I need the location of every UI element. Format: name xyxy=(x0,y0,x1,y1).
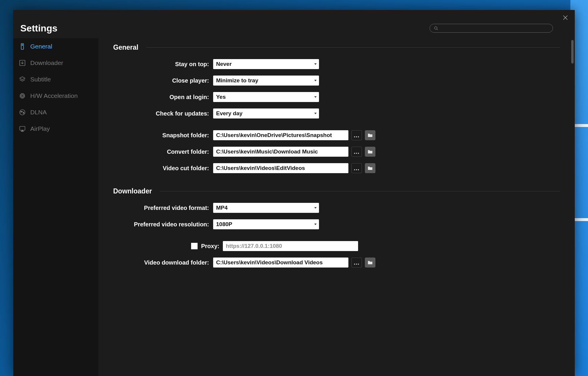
svg-point-3 xyxy=(22,45,23,46)
sidebar-item-airplay[interactable]: AirPlay xyxy=(13,121,98,137)
folder-icon xyxy=(368,133,373,138)
close-button[interactable] xyxy=(561,14,569,22)
chevron-down-icon xyxy=(314,80,317,81)
chevron-down-icon xyxy=(314,96,317,98)
label-preferred-video-resolution: Preferred video resolution: xyxy=(113,221,213,228)
search-input[interactable] xyxy=(441,26,549,31)
browse-button[interactable]: ... xyxy=(351,163,362,173)
svg-rect-7 xyxy=(21,94,24,98)
chevron-down-icon xyxy=(314,224,317,225)
row-open-at-login: Open at login: Yes xyxy=(113,92,560,102)
svg-rect-8 xyxy=(21,95,23,97)
open-folder-button[interactable] xyxy=(365,258,375,268)
open-folder-button[interactable] xyxy=(365,147,375,157)
select-stay-on-top[interactable]: Never xyxy=(213,59,319,69)
dialog-header: Settings xyxy=(13,10,575,38)
folder-icon xyxy=(368,149,373,154)
search-box[interactable] xyxy=(430,24,553,33)
row-video-cut-folder: Video cut folder: ... xyxy=(113,163,560,173)
svg-point-9 xyxy=(20,110,25,115)
section-heading-downloader: Downloader xyxy=(113,187,560,195)
row-close-player: Close player: Minimize to tray xyxy=(113,76,560,86)
settings-content[interactable]: General Stay on top: Never Close player:… xyxy=(98,38,575,376)
field-proxy[interactable] xyxy=(223,241,358,251)
open-folder-button[interactable] xyxy=(365,130,375,140)
search-icon xyxy=(434,26,438,31)
browse-button[interactable]: ... xyxy=(351,258,362,268)
section-heading-general: General xyxy=(113,44,560,51)
svg-point-10 xyxy=(21,111,22,112)
browse-button[interactable]: ... xyxy=(351,130,362,140)
label-open-at-login: Open at login: xyxy=(113,94,213,101)
scrollbar-thumb[interactable] xyxy=(571,40,574,63)
row-preferred-video-resolution: Preferred video resolution: 1080P xyxy=(113,219,560,229)
field-video-download-folder[interactable] xyxy=(213,258,348,268)
field-snapshot-folder[interactable] xyxy=(213,130,348,140)
row-proxy: Proxy: xyxy=(113,241,560,251)
svg-point-0 xyxy=(435,26,437,29)
browse-button[interactable]: ... xyxy=(351,147,362,157)
label-close-player: Close player: xyxy=(113,77,213,84)
label-snapshot-folder: Snapshot folder: xyxy=(113,132,213,139)
sidebar-item-label: AirPlay xyxy=(30,125,50,132)
label-proxy: Proxy: xyxy=(201,243,219,250)
settings-sidebar: General Downloader Subtitle H/W Accelera… xyxy=(13,38,98,376)
label-stay-on-top: Stay on top: xyxy=(113,61,213,68)
chevron-down-icon xyxy=(314,113,317,114)
field-video-cut-folder[interactable] xyxy=(213,163,348,173)
row-convert-folder: Convert folder: ... xyxy=(113,147,560,157)
sidebar-item-label: DLNA xyxy=(30,109,47,116)
page-title: Settings xyxy=(20,23,57,34)
chevron-down-icon xyxy=(314,63,317,65)
folder-icon xyxy=(368,260,373,265)
select-preferred-video-format[interactable]: MP4 xyxy=(213,203,319,213)
folder-icon xyxy=(368,166,373,171)
sidebar-item-label: Subtitle xyxy=(30,76,51,83)
proxy-checkbox[interactable] xyxy=(191,243,198,249)
row-snapshot-folder: Snapshot folder: ... xyxy=(113,130,560,140)
settings-general-icon xyxy=(19,43,26,50)
sidebar-item-dlna[interactable]: DLNA xyxy=(13,104,98,121)
dlna-icon xyxy=(19,108,26,116)
sidebar-item-label: General xyxy=(30,43,52,50)
row-preferred-video-format: Preferred video format: MP4 xyxy=(113,203,560,213)
chip-icon xyxy=(19,92,26,100)
label-preferred-video-format: Preferred video format: xyxy=(113,205,213,211)
subtitle-icon xyxy=(19,76,26,83)
sidebar-item-downloader[interactable]: Downloader xyxy=(13,55,98,71)
select-preferred-video-resolution[interactable]: 1080P xyxy=(213,219,319,229)
label-convert-folder: Convert folder: xyxy=(113,148,213,155)
select-check-for-updates[interactable]: Every day xyxy=(213,108,319,118)
select-close-player[interactable]: Minimize to tray xyxy=(213,76,319,86)
settings-dialog: Settings General Downloader xyxy=(13,10,575,376)
airplay-icon xyxy=(19,125,26,133)
sidebar-item-hw-acceleration[interactable]: H/W Acceleration xyxy=(13,88,98,104)
svg-line-1 xyxy=(437,29,438,30)
row-stay-on-top: Stay on top: Never xyxy=(113,59,560,69)
proxy-input[interactable] xyxy=(226,243,355,249)
sidebar-item-general[interactable]: General xyxy=(13,38,98,55)
label-check-for-updates: Check for updates: xyxy=(113,110,213,117)
close-icon xyxy=(563,15,568,20)
label-video-download-folder: Video download folder: xyxy=(113,259,213,266)
chevron-down-icon xyxy=(314,207,317,209)
label-video-cut-folder: Video cut folder: xyxy=(113,165,213,172)
row-video-download-folder: Video download folder: ... xyxy=(113,258,560,268)
open-folder-button[interactable] xyxy=(365,163,375,173)
field-convert-folder[interactable] xyxy=(213,147,348,157)
row-check-for-updates: Check for updates: Every day xyxy=(113,108,560,118)
sidebar-item-label: Downloader xyxy=(30,59,63,66)
select-open-at-login[interactable]: Yes xyxy=(213,92,319,102)
sidebar-item-label: H/W Acceleration xyxy=(30,92,78,99)
sidebar-item-subtitle[interactable]: Subtitle xyxy=(13,71,98,88)
downloader-icon xyxy=(19,59,26,67)
